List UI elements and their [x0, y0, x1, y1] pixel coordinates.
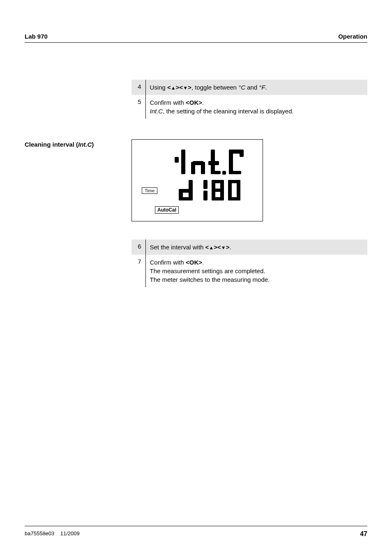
unit-c: °C: [238, 84, 245, 91]
footer-left: ba75558e03 11/2009: [25, 530, 80, 538]
seven-segment-display: [132, 140, 263, 222]
ok-key: <OK>: [186, 259, 202, 266]
step-row-6: 6 Set the interval with <><>.: [131, 240, 367, 255]
svg-rect-11: [229, 171, 241, 174]
step-description: Confirm with <OK>. The measurement setti…: [145, 255, 367, 287]
step-number: 6: [131, 240, 145, 255]
key-label: <: [167, 84, 171, 91]
doc-date: 11/2009: [60, 530, 80, 537]
header-left: Lab 970: [25, 33, 48, 40]
svg-rect-8: [222, 171, 226, 175]
page-number: 47: [360, 530, 367, 538]
up-arrow-icon: [209, 244, 214, 251]
unit-f: °F: [259, 84, 265, 91]
step-number: 4: [131, 80, 145, 95]
text: Confirm with: [150, 259, 186, 266]
text: Confirm with: [150, 99, 186, 106]
step-number: 7: [131, 255, 145, 287]
svg-rect-1: [181, 150, 185, 174]
step-row-7: 7 Confirm with <OK>. The measurement set…: [131, 255, 367, 287]
svg-rect-12: [240, 150, 244, 157]
text: .: [202, 259, 204, 266]
down-arrow-icon: [221, 244, 226, 251]
svg-rect-22: [212, 189, 224, 192]
svg-rect-4: [201, 162, 205, 174]
text: Cleaning interval (: [25, 141, 78, 148]
step-table-1: 4 Using <><>, toggle between °C and °F. …: [131, 80, 367, 119]
svg-rect-0: [175, 157, 179, 163]
svg-rect-18: [203, 191, 208, 200]
down-arrow-icon: [183, 84, 188, 91]
key-label: >: [188, 84, 191, 91]
up-arrow-icon: [171, 84, 176, 91]
svg-rect-27: [228, 197, 240, 200]
svg-rect-7: [211, 171, 221, 174]
text: .: [265, 84, 267, 91]
device-display: Time AutoCal: [131, 139, 263, 221]
key-label: >: [214, 244, 217, 251]
key-label: <: [179, 84, 183, 91]
step-description: Set the interval with <><>.: [145, 240, 367, 255]
svg-rect-23: [212, 197, 224, 200]
doc-id: ba75558e03: [25, 530, 54, 537]
steps-block-2: 6 Set the interval with <><>. 7 Confirm …: [131, 240, 367, 287]
svg-rect-16: [179, 197, 193, 200]
text: The measurement settings are completed.: [150, 267, 265, 274]
svg-rect-17: [203, 180, 208, 189]
text: Set the interval with: [150, 244, 205, 251]
key-label: <: [217, 244, 221, 251]
cleaning-interval-section: Cleaning interval (Int.C): [25, 139, 367, 221]
text: .: [202, 99, 204, 106]
text: .: [229, 244, 231, 251]
steps-block-1: 4 Using <><>, toggle between °C and °F. …: [131, 80, 367, 119]
display-content: Time AutoCal: [132, 140, 263, 221]
time-indicator: Time: [142, 187, 157, 194]
header-right: Operation: [338, 33, 367, 40]
step-row-5: 5 Confirm with <OK>. Int.C, the setting …: [131, 95, 367, 119]
text: ): [92, 141, 94, 148]
step-number: 5: [131, 95, 145, 119]
page-header: Lab 970 Operation: [25, 33, 367, 43]
step-description: Confirm with <OK>. Int.C, the setting of…: [145, 95, 367, 119]
text: and: [245, 84, 259, 91]
step-row-4: 4 Using <><>, toggle between °C and °F.: [131, 80, 367, 95]
step-table-2: 6 Set the interval with <><>. 7 Confirm …: [131, 240, 367, 287]
text: , the setting of the cleaning interval i…: [163, 108, 294, 115]
page-footer: ba75558e03 11/2009 47: [25, 526, 367, 538]
int-c-label: Int.C: [150, 108, 163, 115]
text: , toggle between: [191, 84, 238, 91]
text: Using: [150, 84, 168, 91]
svg-rect-10: [229, 150, 233, 174]
step-description: Using <><>, toggle between °C and °F.: [145, 80, 367, 95]
int-c-italic: Int.C: [78, 141, 92, 148]
text: The meter switches to the measuring mode…: [150, 276, 270, 283]
svg-rect-6: [208, 161, 219, 165]
autocal-indicator: AutoCal: [155, 206, 179, 214]
section-heading: Cleaning interval (Int.C): [25, 139, 131, 221]
ok-key: <OK>: [186, 99, 202, 106]
